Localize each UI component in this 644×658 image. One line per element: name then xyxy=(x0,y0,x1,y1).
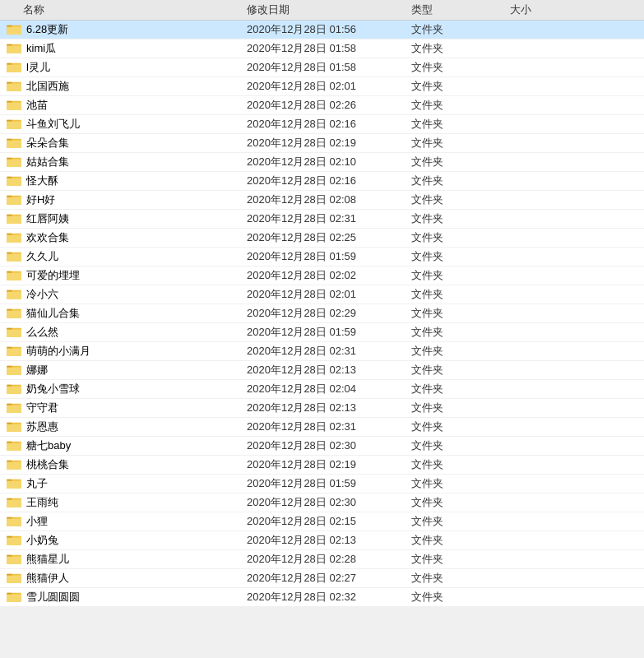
table-row[interactable]: 小奶兔 2020年12月28日 02:13 文件夹 xyxy=(0,531,644,550)
svg-rect-37 xyxy=(7,367,21,375)
svg-rect-27 xyxy=(7,272,21,280)
folder-icon xyxy=(7,137,26,151)
table-row[interactable]: 冷小六 2020年12月28日 02:01 文件夹 xyxy=(0,285,644,304)
table-row[interactable]: 苏恩惠 2020年12月28日 02:31 文件夹 xyxy=(0,418,644,437)
table-row[interactable]: 斗鱼刘飞儿 2020年12月28日 02:16 文件夹 xyxy=(0,115,644,134)
file-name: 池苗 xyxy=(26,98,48,113)
svg-rect-51 xyxy=(7,499,21,507)
folder-icon xyxy=(7,193,26,207)
folder-icon xyxy=(7,42,26,56)
table-row[interactable]: 猫仙儿合集 2020年12月28日 02:29 文件夹 xyxy=(0,304,644,323)
folder-icon xyxy=(7,534,26,548)
row-name-cell: 小奶兔 xyxy=(0,533,247,548)
svg-rect-11 xyxy=(7,121,21,129)
svg-rect-9 xyxy=(7,102,21,110)
row-name-cell: 北国西施 xyxy=(0,79,247,94)
row-date-cell: 2020年12月28日 02:02 xyxy=(247,268,411,283)
svg-rect-59 xyxy=(7,575,21,583)
file-name: 朵朵合集 xyxy=(26,136,69,151)
row-type-cell: 文件夹 xyxy=(411,533,510,548)
svg-rect-43 xyxy=(7,424,21,432)
table-row[interactable]: 桃桃合集 2020年12月28日 02:19 文件夹 xyxy=(0,456,644,475)
row-date-cell: 2020年12月28日 02:01 xyxy=(247,287,411,302)
row-name-cell: 守守君 xyxy=(0,401,247,415)
svg-rect-39 xyxy=(7,386,21,394)
file-list-container: 名称 修改日期 类型 大小 6.28更新 2020年12月28日 01:56 文… xyxy=(0,0,644,607)
table-row[interactable]: 熊猫伊人 2020年12月28日 02:27 文件夹 xyxy=(0,569,644,588)
table-row[interactable]: 池苗 2020年12月28日 02:26 文件夹 xyxy=(0,96,644,115)
row-date-cell: 2020年12月28日 02:16 xyxy=(247,174,411,188)
svg-rect-45 xyxy=(7,443,21,451)
row-type-cell: 文件夹 xyxy=(411,401,510,415)
folder-icon xyxy=(7,477,26,491)
row-name-cell: 桃桃合集 xyxy=(0,457,247,472)
row-date-cell: 2020年12月28日 02:19 xyxy=(247,457,411,472)
folder-icon xyxy=(7,553,26,567)
svg-rect-35 xyxy=(7,348,21,356)
table-row[interactable]: 久久儿 2020年12月28日 01:59 文件夹 xyxy=(0,248,644,266)
row-date-cell: 2020年12月28日 02:01 xyxy=(247,79,411,94)
row-name-cell: 冷小六 xyxy=(0,287,247,302)
file-name: 6.28更新 xyxy=(26,22,68,37)
svg-rect-47 xyxy=(7,461,21,470)
table-row[interactable]: l灵儿 2020年12月28日 01:58 文件夹 xyxy=(0,58,644,77)
table-row[interactable]: 朵朵合集 2020年12月28日 02:19 文件夹 xyxy=(0,134,644,153)
row-type-cell: 文件夹 xyxy=(411,438,510,453)
table-row[interactable]: 好H好 2020年12月28日 02:08 文件夹 xyxy=(0,191,644,210)
row-name-cell: 红唇阿姨 xyxy=(0,211,247,226)
list-header: 名称 修改日期 类型 大小 xyxy=(0,0,644,21)
table-row[interactable]: 娜娜 2020年12月28日 02:13 文件夹 xyxy=(0,361,644,380)
table-row[interactable]: kimi瓜 2020年12月28日 01:58 文件夹 xyxy=(0,39,644,58)
table-row[interactable]: 糖七baby 2020年12月28日 02:30 文件夹 xyxy=(0,437,644,456)
table-row[interactable]: 欢欢合集 2020年12月28日 02:25 文件夹 xyxy=(0,229,644,248)
table-row[interactable]: 熊猫星儿 2020年12月28日 02:28 文件夹 xyxy=(0,550,644,569)
svg-rect-61 xyxy=(7,594,21,602)
file-name: 北国西施 xyxy=(26,79,69,94)
table-row[interactable]: 姑姑合集 2020年12月28日 02:10 文件夹 xyxy=(0,153,644,172)
header-date: 修改日期 xyxy=(247,2,411,17)
folder-icon xyxy=(7,23,26,37)
row-type-cell: 文件夹 xyxy=(411,306,510,321)
row-date-cell: 2020年12月28日 02:13 xyxy=(247,401,411,415)
table-row[interactable]: 怪大酥 2020年12月28日 02:16 文件夹 xyxy=(0,172,644,191)
row-name-cell: 池苗 xyxy=(0,98,247,113)
file-name: 斗鱼刘飞儿 xyxy=(26,117,80,132)
row-date-cell: 2020年12月28日 01:58 xyxy=(247,60,411,75)
table-row[interactable]: 6.28更新 2020年12月28日 01:56 文件夹 xyxy=(0,21,644,39)
table-row[interactable]: 北国西施 2020年12月28日 02:01 文件夹 xyxy=(0,77,644,96)
table-row[interactable]: 萌萌的小满月 2020年12月28日 02:31 文件夹 xyxy=(0,342,644,361)
file-name: 雪儿圆圆圆 xyxy=(26,590,80,605)
row-type-cell: 文件夹 xyxy=(411,590,510,605)
row-type-cell: 文件夹 xyxy=(411,192,510,207)
file-name: l灵儿 xyxy=(26,60,50,75)
table-row[interactable]: 小狸 2020年12月28日 02:15 文件夹 xyxy=(0,512,644,531)
row-date-cell: 2020年12月28日 02:30 xyxy=(247,438,411,453)
table-row[interactable]: 奶兔小雪球 2020年12月28日 02:04 文件夹 xyxy=(0,380,644,399)
row-date-cell: 2020年12月28日 02:08 xyxy=(247,192,411,207)
folder-icon xyxy=(7,420,26,434)
file-name: 萌萌的小满月 xyxy=(26,344,90,359)
row-type-cell: 文件夹 xyxy=(411,268,510,283)
row-name-cell: 欢欢合集 xyxy=(0,230,247,245)
svg-rect-17 xyxy=(7,178,21,186)
svg-rect-41 xyxy=(7,405,21,413)
row-type-cell: 文件夹 xyxy=(411,476,510,491)
table-row[interactable]: 雪儿圆圆圆 2020年12月28日 02:32 文件夹 xyxy=(0,588,644,607)
header-size: 大小 xyxy=(510,2,592,17)
row-type-cell: 文件夹 xyxy=(411,495,510,510)
row-name-cell: 奶兔小雪球 xyxy=(0,382,247,396)
table-row[interactable]: 丸子 2020年12月28日 01:59 文件夹 xyxy=(0,475,644,494)
row-name-cell: 斗鱼刘飞儿 xyxy=(0,117,247,132)
file-name: 小狸 xyxy=(26,514,48,529)
row-name-cell: 小狸 xyxy=(0,514,247,529)
row-name-cell: 姑姑合集 xyxy=(0,155,247,169)
table-row[interactable]: 么么然 2020年12月28日 01:59 文件夹 xyxy=(0,323,644,342)
row-date-cell: 2020年12月28日 02:31 xyxy=(247,211,411,226)
row-date-cell: 2020年12月28日 02:30 xyxy=(247,495,411,510)
row-date-cell: 2020年12月28日 02:19 xyxy=(247,136,411,151)
table-row[interactable]: 可爱的埋埋 2020年12月28日 02:02 文件夹 xyxy=(0,266,644,285)
header-name: 名称 xyxy=(0,2,247,17)
table-row[interactable]: 红唇阿姨 2020年12月28日 02:31 文件夹 xyxy=(0,210,644,229)
table-row[interactable]: 王雨纯 2020年12月28日 02:30 文件夹 xyxy=(0,494,644,512)
table-row[interactable]: 守守君 2020年12月28日 02:13 文件夹 xyxy=(0,399,644,418)
